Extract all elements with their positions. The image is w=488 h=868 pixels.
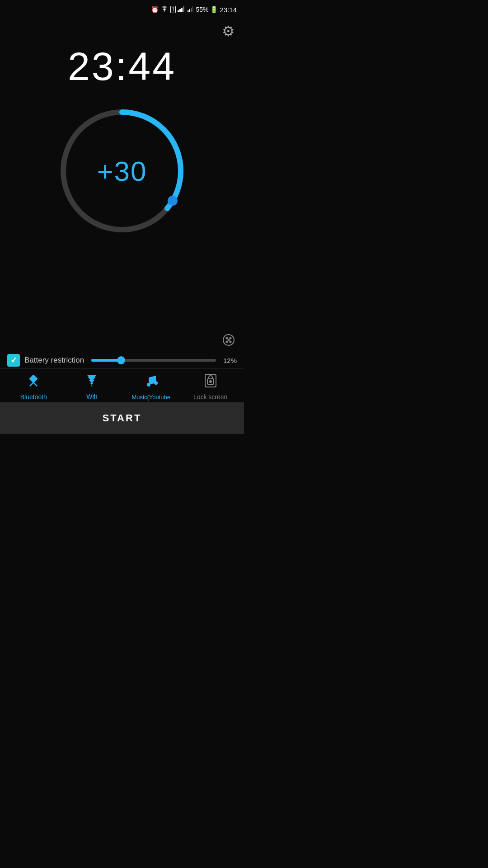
timer-value[interactable]: +30 <box>97 155 147 187</box>
start-button[interactable]: START <box>0 402 244 434</box>
battery-icon: 🔋 <box>210 6 218 13</box>
svg-rect-3 <box>183 6 184 12</box>
svg-point-17 <box>154 381 158 385</box>
toggle-music[interactable]: Music(Youtube <box>132 374 171 401</box>
main-clock: 23:44 <box>68 43 176 90</box>
svg-rect-2 <box>181 8 183 12</box>
wifi-toggle-icon <box>84 374 99 391</box>
music-label: Music(Youtube <box>132 394 171 401</box>
svg-point-12 <box>230 338 231 339</box>
signal-icon <box>178 6 186 14</box>
toggle-bluetooth[interactable]: Bluetooth <box>15 373 52 401</box>
svg-rect-0 <box>178 10 179 12</box>
battery-restriction-label: Battery restriction <box>24 356 84 365</box>
status-time: 23:14 <box>220 6 237 14</box>
check-icon: ✓ <box>10 355 17 365</box>
start-label: START <box>103 412 142 424</box>
svg-rect-4 <box>188 10 189 12</box>
svg-rect-6 <box>191 8 192 12</box>
svg-rect-7 <box>192 6 194 12</box>
svg-point-11 <box>226 338 228 339</box>
sim-icon: 1 <box>170 6 176 13</box>
lockscreen-label: Lock screen <box>193 393 227 401</box>
svg-point-14 <box>230 341 231 343</box>
lockscreen-icon <box>204 373 217 392</box>
battery-slider[interactable] <box>91 359 216 362</box>
status-bar: ⏰ 1 55% <box>0 0 244 16</box>
wifi-label: Wifi <box>86 393 97 400</box>
timer-dot-handle[interactable] <box>168 196 178 206</box>
bottom-settings-icon[interactable] <box>222 334 235 349</box>
battery-restriction-row: ✓ Battery restriction 12% <box>0 354 244 367</box>
settings-gear-button[interactable]: ⚙ <box>222 23 235 40</box>
status-icons: ⏰ 1 55% <box>151 6 237 14</box>
battery-percent: 55% <box>196 6 208 13</box>
toggle-bar: Bluetooth Wifi Music(Youtube <box>0 368 244 402</box>
svg-point-15 <box>228 340 230 341</box>
toggle-wifi[interactable]: Wifi <box>74 374 110 400</box>
toggle-lockscreen[interactable]: Lock screen <box>192 373 229 401</box>
slider-thumb[interactable] <box>117 356 125 364</box>
battery-restriction-checkbox[interactable]: ✓ <box>7 354 20 367</box>
svg-point-13 <box>226 341 228 343</box>
clock-time: 23:44 <box>68 44 176 89</box>
timer-circle-container[interactable]: +30 <box>54 103 190 239</box>
alarm-icon: ⏰ <box>151 6 159 13</box>
svg-rect-1 <box>179 9 181 12</box>
music-icon <box>144 374 158 392</box>
svg-point-16 <box>147 383 150 387</box>
battery-percent-label: 12% <box>223 357 237 364</box>
signal2-icon <box>188 6 194 14</box>
bluetooth-icon <box>26 373 41 392</box>
wifi-icon <box>160 6 169 14</box>
bluetooth-label: Bluetooth <box>20 393 47 401</box>
svg-rect-5 <box>189 9 191 12</box>
svg-point-20 <box>210 381 211 382</box>
